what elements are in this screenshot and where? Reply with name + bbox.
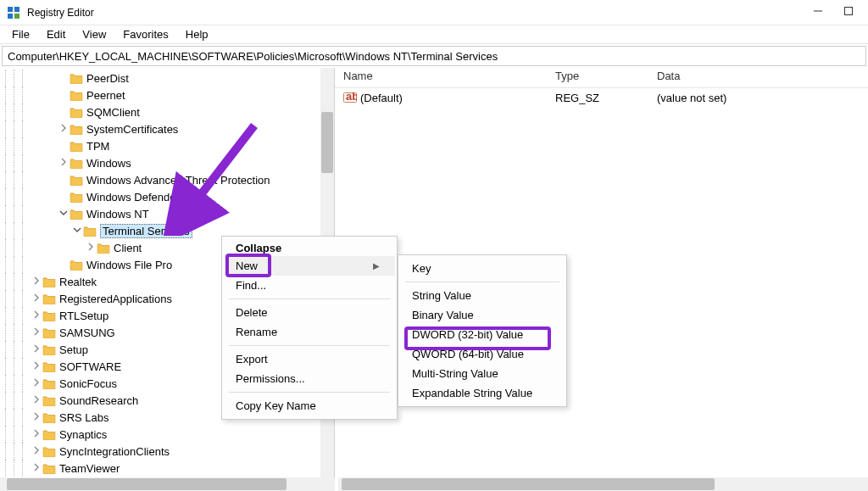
menu-view[interactable]: View [74,26,114,42]
expand-icon[interactable] [31,378,42,388]
folder-icon [70,157,83,169]
expand-icon[interactable] [31,429,42,439]
value-row[interactable]: ab (Default) REG_SZ (value not set) [335,88,868,107]
window-controls [810,6,856,19]
tree-item-label: SonicFocus [59,377,117,390]
expand-icon[interactable] [31,276,42,287]
svg-rect-0 [8,7,13,12]
tree-item-label: Realtek [59,276,97,288]
tree-item[interactable]: TeamViewer [5,460,334,477]
menu-file[interactable]: File [3,26,38,42]
folder-icon [42,394,56,406]
column-header-data[interactable]: Data [648,68,868,87]
submenu-binary-value[interactable]: Binary Value [400,305,565,325]
column-header-type[interactable]: Type [547,68,648,87]
tree-item-label: Client [114,242,142,254]
tree-item-label: TeamViewer [59,462,120,475]
context-menu-permissions[interactable]: Permissions... [224,369,395,388]
tree-item[interactable]: Peernet [5,86,334,103]
expand-icon[interactable] [31,327,42,338]
folder-icon [42,462,56,474]
tree-item-label: SystemCertificates [86,123,178,136]
context-submenu-new: Key String Value Binary Value DWORD (32-… [398,254,567,407]
expand-icon[interactable] [31,310,42,321]
menu-item-label: QWORD (64-bit) Value [412,348,524,360]
menu-item-label: String Value [412,289,471,302]
submenu-string-value[interactable]: String Value [400,286,565,305]
svg-rect-1 [14,7,19,12]
menu-item-label: Permissions... [236,372,305,385]
tree-item[interactable]: Windows [5,154,334,171]
folder-icon [70,191,83,203]
context-menu-copy-key-name[interactable]: Copy Key Name [224,396,395,416]
address-bar[interactable]: Computer\HKEY_LOCAL_MACHINE\SOFTWARE\Pol… [2,46,866,66]
submenu-expandable-string-value[interactable]: Expandable String Value [400,383,565,403]
menu-help[interactable]: Help [177,26,217,42]
tree-item[interactable]: PeerDist [5,70,334,86]
minimize-button[interactable] [810,6,826,19]
tree-item-label: Windows Defender [86,191,180,204]
expand-icon[interactable] [85,243,97,253]
maximize-button[interactable] [841,6,856,19]
scrollbar-thumb[interactable] [342,478,715,490]
submenu-key[interactable]: Key [400,259,565,278]
tree-item-label: SoundResearch [59,394,138,407]
submenu-qword-64bit-value[interactable]: QWORD (64-bit) Value [400,344,565,364]
folder-icon [42,326,56,338]
folder-icon [70,208,83,220]
address-path: Computer\HKEY_LOCAL_MACHINE\SOFTWARE\Pol… [8,50,498,63]
folder-icon [83,225,97,237]
tree-item[interactable]: SyncIntegrationClients [5,443,334,460]
expand-icon[interactable] [31,412,42,422]
expand-icon[interactable] [31,395,42,405]
tree-item[interactable]: Synaptics [5,426,334,443]
folder-icon [42,276,56,287]
svg-text:ab: ab [346,91,357,103]
expand-icon[interactable] [58,158,70,168]
context-menu-find[interactable]: Find... [224,276,395,295]
expand-icon[interactable] [31,344,42,354]
context-menu-delete[interactable]: Delete [224,303,395,322]
tree-item-label: Windows Advanced Threat Protection [86,174,270,187]
value-list-header: Name Type Data [335,68,868,88]
menu-edit[interactable]: Edit [38,26,74,42]
menu-favorites[interactable]: Favorites [114,26,176,42]
value-data: (value not set) [648,92,868,104]
expand-icon[interactable] [31,361,42,371]
expand-icon[interactable] [58,124,70,134]
list-horizontal-scrollbar[interactable] [338,477,868,491]
folder-icon [70,174,83,186]
folder-icon [42,293,56,304]
folder-icon [42,360,56,372]
submenu-dword-32bit-value[interactable]: DWORD (32-bit) Value [400,325,565,344]
context-menu-new[interactable]: New ▶ [224,256,395,276]
submenu-multi-string-value[interactable]: Multi-String Value [400,364,565,383]
menu-item-label: Rename [236,326,277,338]
tree-item[interactable]: Windows Defender [5,188,334,205]
context-menu-collapse[interactable]: Collapse [224,240,395,256]
tree-item[interactable]: TPM [5,137,334,154]
tree-item-label: Windows NT [86,208,149,220]
title-bar: Registry Editor [0,0,868,25]
submenu-arrow-icon: ▶ [373,261,380,271]
expand-icon[interactable] [31,446,42,456]
tree-item-label: SOFTWARE [59,360,121,373]
tree-item[interactable]: Windows Advanced Threat Protection [5,171,334,188]
collapse-icon[interactable] [58,209,70,219]
expand-icon[interactable] [31,293,42,304]
scrollbar-thumb[interactable] [321,112,333,173]
menu-bar: File Edit View Favorites Help [0,25,868,44]
tree-horizontal-scrollbar[interactable] [0,477,335,491]
collapse-icon[interactable] [71,226,83,236]
tree-item[interactable]: Windows NT [5,205,334,222]
context-menu-export[interactable]: Export [224,349,395,369]
folder-icon [42,428,56,440]
folder-icon [42,310,56,321]
column-header-name[interactable]: Name [335,68,547,87]
context-menu-rename[interactable]: Rename [224,322,395,342]
scrollbar-thumb[interactable] [7,478,287,490]
tree-item[interactable]: SystemCertificates [5,120,334,137]
tree-item[interactable]: SQMClient [5,103,334,120]
expand-icon[interactable] [31,463,42,473]
value-name: (Default) [360,92,403,104]
